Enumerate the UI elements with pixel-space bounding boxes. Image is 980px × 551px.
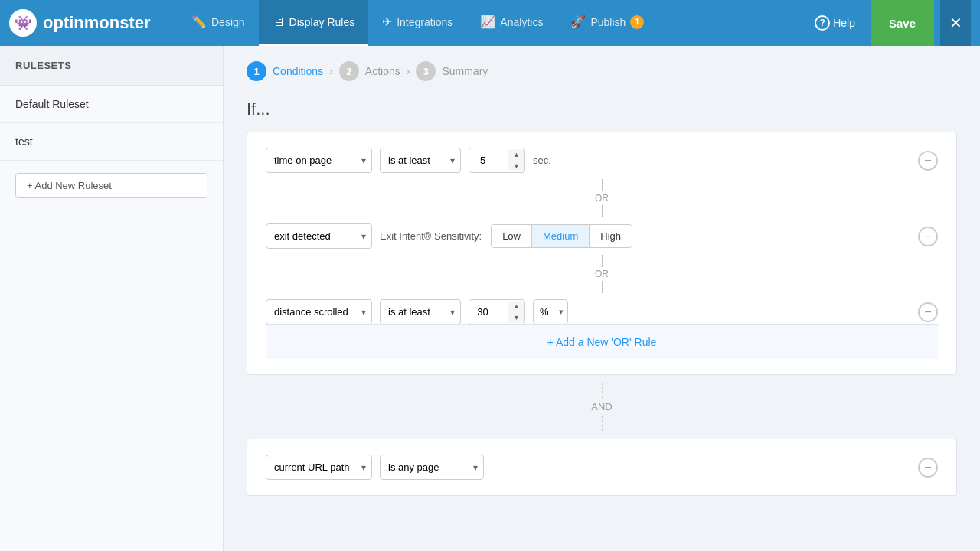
remove-rule-2-button[interactable]: − [918,227,938,246]
and-operator-select-wrapper: is any page contains does not contain is… [380,455,484,480]
nav-tab-analytics[interactable]: 📈 Analytics [466,0,557,46]
step-3-label[interactable]: Summary [442,65,488,77]
or-line-1 [602,179,603,191]
nav-tab-display-rules[interactable]: 🖥 Display Rules [259,0,369,46]
help-icon: ? [815,15,830,31]
help-button[interactable]: ? Help [805,11,864,35]
logo-text: optinmonster [43,13,151,33]
nav-tab-design-label: Design [211,16,245,28]
rule-row-2: exit detected time on page distance scro… [266,223,938,249]
remove-and-icon: − [924,461,931,474]
spin-up-3[interactable]: ▲ [508,301,524,312]
remove-and-rule-button[interactable]: − [918,458,938,478]
and-text: AND [591,398,612,416]
sidebar: Rulesets Default Ruleset test + Add New … [0,46,224,551]
and-line-bottom [602,416,603,431]
value-input-1-wrapper: ▲ ▼ [469,148,525,173]
or-line-2b [602,281,603,293]
main-content: 1 Conditions › 2 Actions › 3 Summary If.… [224,46,980,551]
sidebar-item-test-label: test [15,135,33,148]
value-input-3-wrapper: ▲ ▼ [469,299,525,324]
condition-select-2[interactable]: exit detected time on page distance scro… [266,223,372,249]
or-text-2: OR [595,267,609,281]
or-line-2 [602,255,603,267]
unit-select-3[interactable]: % px [533,299,568,324]
step-3-circle: 3 [416,61,436,81]
help-label: Help [833,17,855,29]
unit-select-3-wrapper: % px [533,299,568,324]
or-connector-2: OR [266,249,938,299]
value-input-3[interactable] [469,300,508,324]
sidebar-item-default[interactable]: Default Ruleset [0,86,223,123]
nav-tab-integrations[interactable]: ✈ Integrations [368,0,466,46]
value-input-1[interactable] [469,148,508,172]
step-1-label[interactable]: Conditions [273,65,323,77]
nav-tab-display-rules-label: Display Rules [289,16,355,28]
remove-3-icon: − [924,305,931,319]
sensitivity-high-button[interactable]: High [590,225,632,247]
or-line-1b [602,205,603,217]
sensitivity-medium-button[interactable]: Medium [532,225,590,247]
or-rule-block: time on page exit detected distance scro… [247,132,957,375]
sidebar-item-test[interactable]: test [0,123,223,161]
nav-tab-analytics-label: Analytics [500,16,543,28]
nav-tab-design[interactable]: ✏️ Design [178,0,259,46]
step-3: 3 Summary [416,61,488,81]
and-rule-block: current URL path time on page exit detec… [247,439,957,496]
condition-select-3-wrapper: distance scrolled time on page exit dete… [266,299,372,324]
operator-select-1[interactable]: is at least is less than is exactly [380,148,461,173]
and-condition-select-wrapper: current URL path time on page exit detec… [266,455,372,480]
step-2-label[interactable]: Actions [365,65,400,77]
remove-rule-1-button[interactable]: − [918,151,938,171]
display-rules-icon: 🖥 [273,15,285,29]
or-text-1: OR [595,191,609,205]
step-2-circle: 2 [339,61,359,81]
and-line-top [602,383,603,398]
and-rule-row: current URL path time on page exit detec… [266,455,938,480]
logo-icon: 👾 [9,9,37,37]
add-or-rule-button[interactable]: + Add a New 'OR' Rule [266,324,938,359]
step-3-number: 3 [423,66,429,77]
step-arrow-2: › [407,65,410,77]
operator-select-3[interactable]: is at least is less than is exactly [380,299,461,324]
save-button[interactable]: Save [871,0,934,46]
close-button[interactable]: ✕ [940,0,971,46]
close-icon: ✕ [949,14,962,32]
sensitivity-low-button[interactable]: Low [492,225,532,247]
rule-row-3: distance scrolled time on page exit dete… [266,299,938,324]
rule-row-1: time on page exit detected distance scro… [266,148,938,173]
add-ruleset-button[interactable]: + Add New Ruleset [15,173,207,198]
condition-select-1[interactable]: time on page exit detected distance scro… [266,148,372,173]
integrations-icon: ✈ [382,15,392,29]
condition-select-1-wrapper: time on page exit detected distance scro… [266,148,372,173]
nav-tab-publish-label: Publish [590,16,626,28]
condition-select-2-wrapper: exit detected time on page distance scro… [266,223,372,249]
spin-up-1[interactable]: ▲ [508,149,524,161]
spin-buttons-1: ▲ ▼ [508,149,524,171]
or-connector-1: OR [266,173,938,223]
step-2-number: 2 [346,66,351,77]
spin-down-1[interactable]: ▼ [508,161,524,172]
logo: 👾 optinmonster [9,9,151,37]
nav-tab-publish[interactable]: 🚀 Publish 1 [557,0,658,46]
spin-buttons-3: ▲ ▼ [508,301,524,323]
operator-select-3-wrapper: is at least is less than is exactly [380,299,461,324]
remove-rule-3-button[interactable]: − [918,302,938,322]
step-1-number: 1 [253,66,259,77]
and-connector: AND [247,375,957,439]
spin-down-3[interactable]: ▼ [508,312,524,324]
unit-label-1: sec. [533,155,551,166]
nav-tab-integrations-label: Integrations [397,16,452,28]
steps-breadcrumb: 1 Conditions › 2 Actions › 3 Summary [247,61,957,81]
condition-select-3[interactable]: distance scrolled time on page exit dete… [266,299,372,324]
step-1-circle: 1 [247,61,266,81]
remove-2-icon: − [924,230,931,243]
and-condition-select[interactable]: current URL path time on page exit detec… [266,455,372,480]
operator-select-1-wrapper: is at least is less than is exactly [380,148,461,173]
design-icon: ✏️ [191,15,207,29]
publish-badge: 1 [630,15,644,29]
and-operator-select[interactable]: is any page contains does not contain is… [380,455,484,480]
main-layout: Rulesets Default Ruleset test + Add New … [0,46,980,551]
remove-1-icon: − [924,154,931,168]
sidebar-item-default-label: Default Ruleset [15,98,89,110]
